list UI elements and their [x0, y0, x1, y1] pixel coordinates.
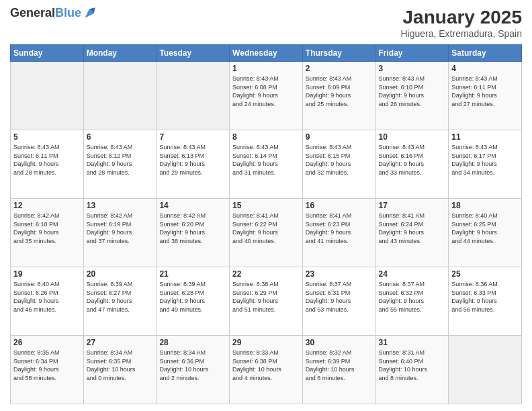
weekday-header-thursday: Thursday	[302, 45, 375, 62]
title-block: January 2025 Higuera, Extremadura, Spain	[400, 7, 522, 39]
day-info: Sunrise: 8:43 AM Sunset: 6:12 PM Dayligh…	[87, 143, 154, 177]
day-info: Sunrise: 8:33 AM Sunset: 6:38 PM Dayligh…	[232, 349, 300, 382]
calendar-cell: 1Sunrise: 8:43 AM Sunset: 6:08 PM Daylig…	[230, 62, 303, 130]
calendar-cell: 16Sunrise: 8:41 AM Sunset: 6:23 PM Dayli…	[302, 199, 375, 267]
day-info: Sunrise: 8:41 AM Sunset: 6:24 PM Dayligh…	[379, 212, 446, 245]
day-info: Sunrise: 8:43 AM Sunset: 6:11 PM Dayligh…	[451, 75, 519, 108]
day-number: 8	[232, 132, 300, 142]
day-info: Sunrise: 8:43 AM Sunset: 6:08 PM Dayligh…	[232, 75, 300, 108]
weekday-header-row: SundayMondayTuesdayWednesdayThursdayFrid…	[11, 45, 522, 62]
location-title: Higuera, Extremadura, Spain	[400, 28, 522, 39]
calendar-cell: 28Sunrise: 8:34 AM Sunset: 6:36 PM Dayli…	[157, 336, 230, 404]
calendar-cell: 22Sunrise: 8:38 AM Sunset: 6:29 PM Dayli…	[230, 267, 303, 336]
weekday-header-monday: Monday	[83, 45, 157, 62]
day-info: Sunrise: 8:43 AM Sunset: 6:17 PM Dayligh…	[451, 143, 519, 177]
day-number: 2	[306, 64, 373, 73]
day-info: Sunrise: 8:42 AM Sunset: 6:19 PM Dayligh…	[87, 212, 154, 245]
calendar-week-row: 19Sunrise: 8:40 AM Sunset: 6:26 PM Dayli…	[11, 267, 522, 336]
day-info: Sunrise: 8:42 AM Sunset: 6:18 PM Dayligh…	[13, 212, 81, 245]
day-number: 23	[306, 269, 373, 279]
calendar-cell: 5Sunrise: 8:43 AM Sunset: 6:11 PM Daylig…	[11, 130, 84, 199]
calendar-cell: 14Sunrise: 8:42 AM Sunset: 6:20 PM Dayli…	[157, 199, 230, 267]
day-info: Sunrise: 8:39 AM Sunset: 6:28 PM Dayligh…	[159, 280, 226, 314]
logo-text: GeneralBlue	[10, 7, 81, 20]
day-number: 18	[451, 201, 519, 210]
day-number: 19	[13, 269, 81, 279]
day-number: 11	[451, 132, 519, 142]
day-info: Sunrise: 8:43 AM Sunset: 6:13 PM Dayligh…	[159, 143, 226, 177]
calendar-cell: 21Sunrise: 8:39 AM Sunset: 6:28 PM Dayli…	[157, 267, 230, 336]
calendar-cell	[449, 336, 522, 404]
weekday-header-sunday: Sunday	[11, 45, 84, 62]
day-info: Sunrise: 8:43 AM Sunset: 6:10 PM Dayligh…	[379, 75, 446, 108]
day-number: 15	[232, 201, 300, 210]
day-info: Sunrise: 8:38 AM Sunset: 6:29 PM Dayligh…	[232, 280, 300, 314]
day-number: 24	[379, 269, 446, 279]
logo-icon	[83, 7, 96, 20]
calendar-cell: 2Sunrise: 8:43 AM Sunset: 6:09 PM Daylig…	[302, 62, 375, 130]
calendar-cell	[11, 62, 84, 130]
day-info: Sunrise: 8:34 AM Sunset: 6:36 PM Dayligh…	[159, 349, 226, 382]
weekday-header-tuesday: Tuesday	[157, 45, 230, 62]
calendar-cell: 10Sunrise: 8:43 AM Sunset: 6:16 PM Dayli…	[375, 130, 449, 199]
calendar-table: SundayMondayTuesdayWednesdayThursdayFrid…	[10, 44, 522, 404]
day-number: 29	[232, 338, 300, 347]
day-number: 22	[232, 269, 300, 279]
calendar-cell: 15Sunrise: 8:41 AM Sunset: 6:22 PM Dayli…	[230, 199, 303, 267]
day-number: 30	[306, 338, 373, 347]
calendar-cell: 7Sunrise: 8:43 AM Sunset: 6:13 PM Daylig…	[157, 130, 230, 199]
calendar-cell: 8Sunrise: 8:43 AM Sunset: 6:14 PM Daylig…	[230, 130, 303, 199]
day-number: 4	[451, 64, 519, 73]
day-info: Sunrise: 8:43 AM Sunset: 6:15 PM Dayligh…	[306, 143, 373, 177]
calendar-cell: 20Sunrise: 8:39 AM Sunset: 6:27 PM Dayli…	[83, 267, 157, 336]
day-info: Sunrise: 8:43 AM Sunset: 6:16 PM Dayligh…	[379, 143, 446, 177]
day-number: 14	[159, 201, 226, 210]
calendar-cell: 25Sunrise: 8:36 AM Sunset: 6:33 PM Dayli…	[449, 267, 522, 336]
day-info: Sunrise: 8:42 AM Sunset: 6:20 PM Dayligh…	[159, 212, 226, 245]
day-info: Sunrise: 8:37 AM Sunset: 6:32 PM Dayligh…	[379, 280, 446, 314]
calendar-cell: 18Sunrise: 8:40 AM Sunset: 6:25 PM Dayli…	[449, 199, 522, 267]
day-number: 10	[379, 132, 446, 142]
day-number: 25	[451, 269, 519, 279]
day-info: Sunrise: 8:43 AM Sunset: 6:14 PM Dayligh…	[232, 143, 300, 177]
logo: GeneralBlue	[10, 7, 96, 20]
calendar-cell	[83, 62, 157, 130]
calendar-cell: 11Sunrise: 8:43 AM Sunset: 6:17 PM Dayli…	[449, 130, 522, 199]
calendar-cell: 31Sunrise: 8:31 AM Sunset: 6:40 PM Dayli…	[375, 336, 449, 404]
day-info: Sunrise: 8:43 AM Sunset: 6:11 PM Dayligh…	[13, 143, 81, 177]
calendar-week-row: 1Sunrise: 8:43 AM Sunset: 6:08 PM Daylig…	[11, 62, 522, 130]
day-info: Sunrise: 8:40 AM Sunset: 6:25 PM Dayligh…	[451, 212, 519, 245]
page: GeneralBlue January 2025 Higuera, Extrem…	[0, 0, 532, 411]
header: GeneralBlue January 2025 Higuera, Extrem…	[10, 7, 522, 39]
calendar-cell: 24Sunrise: 8:37 AM Sunset: 6:32 PM Dayli…	[375, 267, 449, 336]
day-number: 17	[379, 201, 446, 210]
day-info: Sunrise: 8:41 AM Sunset: 6:23 PM Dayligh…	[306, 212, 373, 245]
calendar-cell: 3Sunrise: 8:43 AM Sunset: 6:10 PM Daylig…	[375, 62, 449, 130]
weekday-header-wednesday: Wednesday	[230, 45, 303, 62]
day-info: Sunrise: 8:32 AM Sunset: 6:39 PM Dayligh…	[306, 349, 373, 382]
day-number: 16	[306, 201, 373, 210]
calendar-cell: 17Sunrise: 8:41 AM Sunset: 6:24 PM Dayli…	[375, 199, 449, 267]
weekday-header-friday: Friday	[375, 45, 449, 62]
day-number: 1	[232, 64, 300, 73]
calendar-cell: 27Sunrise: 8:34 AM Sunset: 6:35 PM Dayli…	[83, 336, 157, 404]
calendar-cell: 19Sunrise: 8:40 AM Sunset: 6:26 PM Dayli…	[11, 267, 84, 336]
calendar-cell: 13Sunrise: 8:42 AM Sunset: 6:19 PM Dayli…	[83, 199, 157, 267]
month-title: January 2025	[400, 7, 522, 28]
calendar-cell: 29Sunrise: 8:33 AM Sunset: 6:38 PM Dayli…	[230, 336, 303, 404]
weekday-header-saturday: Saturday	[449, 45, 522, 62]
day-info: Sunrise: 8:37 AM Sunset: 6:31 PM Dayligh…	[306, 280, 373, 314]
calendar-cell: 12Sunrise: 8:42 AM Sunset: 6:18 PM Dayli…	[11, 199, 84, 267]
calendar-cell: 26Sunrise: 8:35 AM Sunset: 6:34 PM Dayli…	[11, 336, 84, 404]
day-number: 26	[13, 338, 81, 347]
day-number: 7	[159, 132, 226, 142]
day-number: 21	[159, 269, 226, 279]
day-info: Sunrise: 8:36 AM Sunset: 6:33 PM Dayligh…	[451, 280, 519, 314]
day-number: 3	[379, 64, 446, 73]
calendar-week-row: 5Sunrise: 8:43 AM Sunset: 6:11 PM Daylig…	[11, 130, 522, 199]
day-info: Sunrise: 8:43 AM Sunset: 6:09 PM Dayligh…	[306, 75, 373, 108]
day-number: 12	[13, 201, 81, 210]
day-info: Sunrise: 8:39 AM Sunset: 6:27 PM Dayligh…	[87, 280, 154, 314]
calendar-cell: 30Sunrise: 8:32 AM Sunset: 6:39 PM Dayli…	[302, 336, 375, 404]
calendar-cell: 9Sunrise: 8:43 AM Sunset: 6:15 PM Daylig…	[302, 130, 375, 199]
